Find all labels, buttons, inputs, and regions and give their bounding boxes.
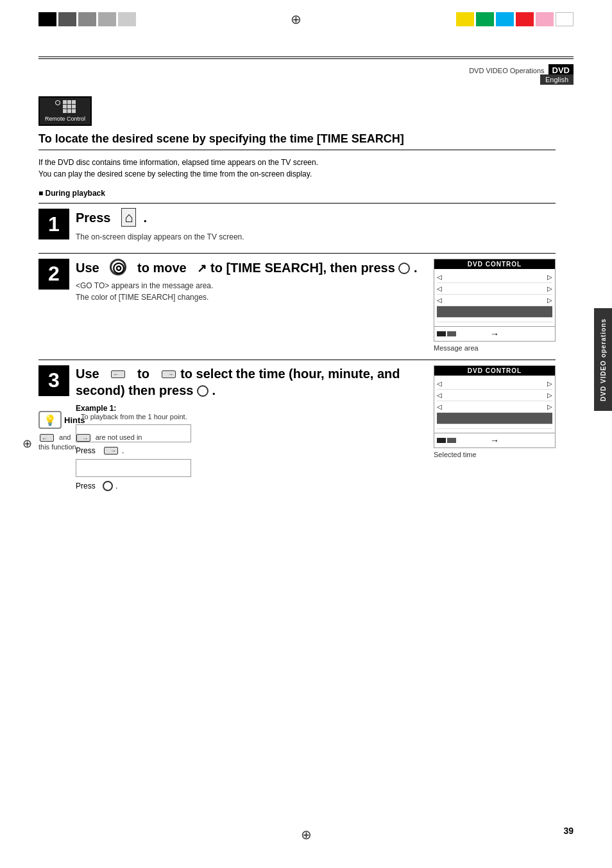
dvd-arrow-right-1: ▷ bbox=[547, 273, 552, 281]
step1-block: 1 Press ⌂ . The on-screen display appear… bbox=[38, 203, 556, 243]
color-swatch-gray1 bbox=[58, 12, 76, 26]
dvd-arrow-left-s3-2: ◁ bbox=[437, 392, 442, 399]
color-swatch-green bbox=[476, 12, 494, 26]
step2-right: DVD CONTROL ◁ ▷ ◁ ▷ ◁ bbox=[434, 259, 556, 352]
step3-left-arrow-icon bbox=[111, 370, 125, 378]
step1-home-icon: ⌂ bbox=[121, 208, 136, 227]
dvd-control-header-step3: DVD CONTROL bbox=[434, 366, 555, 376]
top-center-crosshair: ⊕ bbox=[291, 12, 302, 27]
step1-period: . bbox=[144, 211, 148, 225]
color-bar-left bbox=[38, 12, 136, 26]
color-swatch-gray2 bbox=[78, 12, 96, 26]
dvd-row-4-selected bbox=[437, 306, 552, 318]
step2-left: 2 Use ◎ to move ↗ to [TIME SEARCH], then… bbox=[38, 259, 423, 313]
dvd-control-panel-step3: DVD CONTROL ◁ ▷ ◁ ▷ ◁ bbox=[434, 365, 556, 448]
grid-cell bbox=[67, 105, 71, 108]
dvd-row-s3-4-selected bbox=[437, 413, 552, 424]
step3-press-line-2: Press . bbox=[76, 481, 423, 491]
dvd-mini-block-step2 bbox=[437, 331, 456, 336]
step1-subtext: The on-screen display appears on the TV … bbox=[76, 231, 556, 243]
language-badge: English bbox=[540, 74, 574, 85]
dvd-arrow-right-s3-2: ▷ bbox=[547, 392, 552, 399]
grid-cell bbox=[63, 100, 67, 104]
dvd-bottom-row-step3: → bbox=[434, 433, 555, 447]
remote-circle-1 bbox=[55, 100, 60, 105]
step3-right-arrow-icon bbox=[162, 370, 176, 378]
dvd-row-s3-2: ◁ ▷ bbox=[437, 390, 552, 401]
dvd-mini-rect-2 bbox=[447, 331, 456, 336]
bottom-crosshair: ⊕ bbox=[301, 827, 312, 842]
step2-use: Use bbox=[76, 261, 99, 275]
dvd-bottom-arrow-step2: → bbox=[490, 329, 499, 339]
step2-with-panel: 2 Use ◎ to move ↗ to [TIME SEARCH], then… bbox=[38, 259, 556, 352]
hints-label: 💡 Hints bbox=[38, 411, 154, 429]
step3-text: Use to to select the time (hour, minute,… bbox=[76, 365, 423, 399]
remote-control-label: Remote Control bbox=[45, 116, 85, 122]
step3-press-period2: . bbox=[115, 482, 117, 490]
step3-input-box-2 bbox=[76, 459, 191, 477]
step3-right: DVD CONTROL ◁ ▷ ◁ ▷ ◁ bbox=[434, 365, 556, 458]
step2-cursor-icon: ↗ bbox=[197, 262, 207, 275]
page-number: 39 bbox=[563, 826, 574, 836]
hints-text: and are not used in this function. bbox=[38, 433, 154, 453]
dvd-row-3: ◁ ▷ bbox=[437, 295, 552, 306]
color-swatch-white bbox=[556, 12, 574, 26]
step2-to-move: to move bbox=[137, 261, 187, 275]
remote-icon-grid bbox=[63, 100, 76, 113]
dvd-arrow-right-2: ▷ bbox=[547, 285, 552, 292]
step3-enter-icon bbox=[197, 385, 208, 397]
grid-cell bbox=[72, 105, 76, 108]
dvd-arrow-left-1: ◁ bbox=[437, 273, 442, 281]
step1-press-word: Press bbox=[76, 211, 111, 225]
step2-period: . bbox=[414, 261, 418, 275]
step2-nav-icon: ◎ bbox=[110, 259, 126, 275]
dvd-control-rows-step2: ◁ ▷ ◁ ▷ ◁ ▷ bbox=[434, 269, 555, 325]
grid-cell bbox=[72, 109, 76, 113]
side-tab-text: DVD VIDEO operations bbox=[600, 318, 607, 401]
dvd-arrow-right-s3-3: ▷ bbox=[547, 403, 552, 410]
dvd-arrow-left-s3-3: ◁ bbox=[437, 403, 442, 410]
color-swatch-yellow bbox=[456, 12, 474, 26]
dvd-mini-rect-s3-2 bbox=[447, 438, 456, 443]
dvd-row-s3-4-text bbox=[437, 415, 552, 422]
step2-block: 2 Use ◎ to move ↗ to [TIME SEARCH], then… bbox=[38, 253, 556, 352]
dvd-row-5 bbox=[437, 318, 552, 322]
step2-text: Use ◎ to move ↗ to [TIME SEARCH], then p… bbox=[76, 259, 423, 276]
dvd-row-s3-3: ◁ ▷ bbox=[437, 401, 552, 413]
dvd-mini-rect-1 bbox=[437, 331, 446, 336]
step1-number: 1 bbox=[38, 209, 69, 239]
dvd-row-2: ◁ ▷ bbox=[437, 283, 552, 295]
color-bar-right bbox=[456, 12, 574, 26]
desc-line1: If the DVD disc contains time informatio… bbox=[38, 158, 318, 167]
step2-enter-icon bbox=[398, 263, 410, 274]
step2-sub1: <GO TO> appears in the message area. bbox=[76, 280, 423, 291]
hints-box: 💡 Hints and are not used in this functio… bbox=[38, 411, 154, 453]
dvd-control-rows-step3: ◁ ▷ ◁ ▷ ◁ ▷ bbox=[434, 376, 555, 431]
dvd-bottom-row-step2: → bbox=[434, 326, 555, 341]
grid-cell bbox=[63, 109, 67, 113]
step3-press-label2: Press bbox=[76, 482, 96, 490]
dvd-row-1: ◁ ▷ bbox=[437, 272, 552, 283]
dvd-arrow-left-3: ◁ bbox=[437, 297, 442, 304]
step3-press-circle bbox=[103, 481, 113, 491]
message-area-label: Message area bbox=[434, 344, 556, 352]
step1-content: Press ⌂ . The on-screen display appears … bbox=[76, 209, 556, 243]
dvd-control-panel-step2: DVD CONTROL ◁ ▷ ◁ ▷ ◁ bbox=[434, 259, 556, 342]
dvd-row-s3-1: ◁ ▷ bbox=[437, 378, 552, 390]
step3-use: Use bbox=[76, 367, 99, 381]
dvd-row-4-text bbox=[437, 308, 552, 315]
dvd-mini-block-step3 bbox=[437, 438, 456, 443]
grid-cell bbox=[72, 100, 76, 104]
dvd-ops-text: DVD VIDEO Operations bbox=[469, 67, 544, 74]
dvd-arrow-left-2: ◁ bbox=[437, 285, 442, 292]
remote-control-icon-box: Remote Control bbox=[38, 96, 92, 126]
color-swatch-gray3 bbox=[98, 12, 116, 26]
color-swatch-cyan bbox=[496, 12, 514, 26]
hints-bulb-icon: 💡 bbox=[44, 414, 56, 426]
section-title: To locate the desired scene by specifyin… bbox=[38, 132, 556, 150]
color-swatch-gray4 bbox=[118, 12, 136, 26]
hints-title: Hints bbox=[64, 415, 85, 425]
header-rule bbox=[38, 56, 574, 59]
step1-text: Press ⌂ . bbox=[76, 209, 556, 227]
hints-right-arrow-icon bbox=[76, 434, 90, 442]
